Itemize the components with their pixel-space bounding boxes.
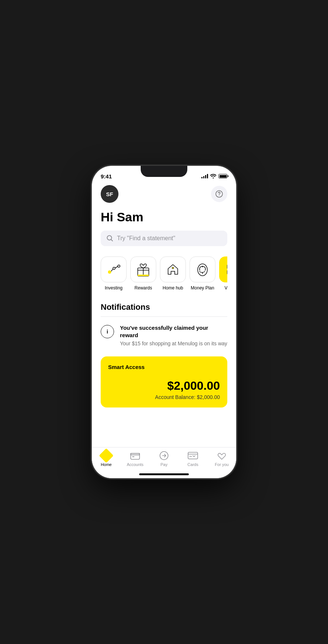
home-indicator bbox=[139, 473, 189, 475]
svg-point-5 bbox=[118, 265, 120, 267]
nav-item-for-you[interactable]: For you bbox=[211, 450, 233, 467]
phone-screen: 9:41 SF bbox=[92, 166, 236, 478]
notch bbox=[141, 166, 187, 177]
svg-point-1 bbox=[219, 195, 220, 196]
divider bbox=[101, 316, 227, 317]
phone-frame: 9:41 SF bbox=[92, 166, 236, 478]
home-diamond-icon bbox=[99, 448, 114, 463]
svg-point-3 bbox=[108, 271, 111, 274]
search-icon bbox=[107, 235, 113, 242]
notification-body: Your $15 for shopping at Menulog is on i… bbox=[120, 340, 227, 348]
quick-actions: Investing Rewards bbox=[101, 256, 227, 291]
account-balance-label: Account Balance: $2,000.00 bbox=[108, 394, 220, 400]
nav-item-cards[interactable]: Cards bbox=[182, 450, 204, 467]
home-nav-label: Home bbox=[101, 462, 111, 467]
rewards-icon-box bbox=[130, 256, 156, 282]
nav-item-pay[interactable]: Pay bbox=[153, 450, 175, 467]
pay-nav-icon bbox=[159, 450, 169, 461]
quick-action-home-hub[interactable]: Home hub bbox=[160, 256, 186, 291]
svg-rect-8 bbox=[172, 271, 174, 274]
header: SF bbox=[101, 185, 227, 203]
wifi-icon bbox=[210, 174, 216, 178]
battery-icon bbox=[218, 174, 227, 178]
notifications-title: Notifications bbox=[101, 302, 227, 312]
notification-info-icon: i bbox=[101, 325, 114, 338]
notification-content: You've successfully claimed your reward … bbox=[120, 324, 227, 348]
pay-nav-label: Pay bbox=[161, 462, 168, 467]
account-card-title: Smart Access bbox=[108, 364, 220, 370]
status-icons bbox=[201, 174, 227, 178]
avatar[interactable]: SF bbox=[101, 185, 118, 203]
money-plan-icon-box bbox=[190, 256, 215, 282]
accounts-nav-icon bbox=[130, 450, 140, 461]
home-hub-label: Home hub bbox=[163, 285, 183, 291]
greeting: Hi Sam bbox=[101, 210, 227, 224]
quick-action-view-all[interactable]: View all bbox=[219, 256, 227, 291]
account-balance: $2,000.00 bbox=[108, 379, 220, 393]
account-card[interactable]: Smart Access $2,000.00 Account Balance: … bbox=[101, 356, 227, 407]
svg-rect-7 bbox=[138, 275, 149, 276]
quick-action-investing[interactable]: Investing bbox=[101, 256, 127, 291]
quick-action-rewards[interactable]: Rewards bbox=[130, 256, 156, 291]
notification-title: You've successfully claimed your reward bbox=[120, 324, 227, 339]
signal-icon bbox=[201, 174, 208, 178]
money-plan-label: Money Plan bbox=[191, 285, 214, 291]
status-time: 9:41 bbox=[101, 173, 112, 180]
cards-nav-label: Cards bbox=[187, 462, 198, 467]
notifications-section: Notifications i You've successfully clai… bbox=[101, 302, 227, 348]
investing-icon-box bbox=[101, 256, 127, 282]
view-all-label: View all bbox=[224, 285, 227, 291]
for-you-nav-icon bbox=[217, 450, 227, 461]
svg-rect-17 bbox=[132, 456, 134, 457]
cards-nav-icon bbox=[188, 450, 198, 461]
for-you-nav-label: For you bbox=[215, 462, 228, 467]
search-placeholder: Try "Find a statement" bbox=[117, 235, 175, 242]
nav-item-home[interactable]: Home bbox=[95, 450, 117, 467]
rewards-label: Rewards bbox=[134, 285, 152, 291]
main-content: SF Hi Sam T bbox=[92, 182, 236, 478]
accounts-nav-label: Accounts bbox=[127, 462, 143, 467]
nav-item-accounts[interactable]: Accounts bbox=[124, 450, 146, 467]
svg-rect-9 bbox=[172, 267, 174, 269]
svg-point-4 bbox=[113, 267, 115, 269]
notification-item[interactable]: i You've successfully claimed your rewar… bbox=[101, 324, 227, 348]
view-all-icon-box bbox=[219, 256, 227, 282]
help-button[interactable] bbox=[211, 186, 227, 202]
search-bar[interactable]: Try "Find a statement" bbox=[101, 231, 227, 246]
svg-point-10 bbox=[198, 264, 207, 276]
investing-label: Investing bbox=[105, 285, 123, 291]
home-hub-icon-box bbox=[160, 256, 186, 282]
quick-action-money-plan[interactable]: Money Plan bbox=[190, 256, 215, 291]
home-nav-icon bbox=[101, 450, 111, 461]
svg-rect-15 bbox=[131, 453, 140, 459]
